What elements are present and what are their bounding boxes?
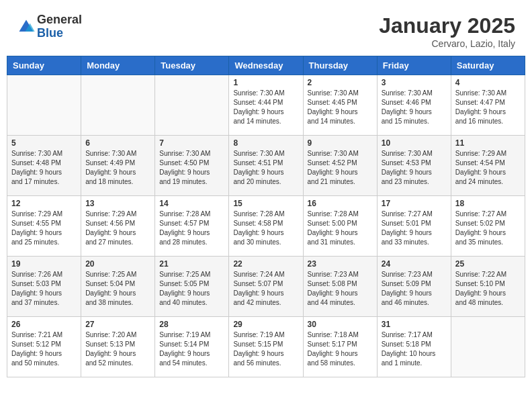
day-number: 2 bbox=[308, 78, 373, 87]
day-number: 23 bbox=[308, 259, 373, 269]
day-number: 20 bbox=[85, 259, 150, 269]
day-number: 26 bbox=[11, 320, 77, 329]
day-info: Sunrise: 7:30 AM Sunset: 4:45 PM Dayligh… bbox=[308, 89, 373, 126]
table-row: 6Sunrise: 7:30 AM Sunset: 4:49 PM Daylig… bbox=[81, 136, 155, 196]
col-tuesday: Tuesday bbox=[155, 56, 229, 75]
month-title: January 2025 bbox=[379, 13, 515, 38]
table-row: 31Sunrise: 7:17 AM Sunset: 5:18 PM Dayli… bbox=[377, 317, 451, 377]
day-info: Sunrise: 7:30 AM Sunset: 4:48 PM Dayligh… bbox=[11, 149, 77, 187]
day-number: 4 bbox=[455, 78, 521, 87]
table-row: 30Sunrise: 7:18 AM Sunset: 5:17 PM Dayli… bbox=[303, 317, 377, 377]
table-row: 12Sunrise: 7:29 AM Sunset: 4:55 PM Dayli… bbox=[7, 196, 81, 257]
day-number: 21 bbox=[159, 259, 224, 269]
table-row: 3Sunrise: 7:30 AM Sunset: 4:46 PM Daylig… bbox=[377, 75, 451, 136]
day-info: Sunrise: 7:30 AM Sunset: 4:49 PM Dayligh… bbox=[85, 149, 150, 187]
day-info: Sunrise: 7:27 AM Sunset: 5:01 PM Dayligh… bbox=[382, 210, 447, 247]
location-subtitle: Cervaro, Lazio, Italy bbox=[379, 38, 515, 49]
day-number: 7 bbox=[159, 138, 224, 148]
day-number: 16 bbox=[308, 199, 373, 208]
day-info: Sunrise: 7:28 AM Sunset: 5:00 PM Dayligh… bbox=[308, 210, 373, 247]
table-row: 27Sunrise: 7:20 AM Sunset: 5:13 PM Dayli… bbox=[81, 317, 155, 377]
table-row: 1Sunrise: 7:30 AM Sunset: 4:44 PM Daylig… bbox=[229, 75, 303, 136]
day-number: 12 bbox=[11, 199, 77, 208]
logo-general-text: General bbox=[37, 13, 82, 27]
day-info: Sunrise: 7:25 AM Sunset: 5:04 PM Dayligh… bbox=[85, 270, 150, 308]
day-number: 3 bbox=[382, 78, 447, 87]
day-info: Sunrise: 7:20 AM Sunset: 5:13 PM Dayligh… bbox=[85, 330, 150, 368]
table-row: 8Sunrise: 7:30 AM Sunset: 4:51 PM Daylig… bbox=[229, 136, 303, 196]
day-info: Sunrise: 7:19 AM Sunset: 5:14 PM Dayligh… bbox=[159, 330, 224, 368]
table-row: 11Sunrise: 7:29 AM Sunset: 4:54 PM Dayli… bbox=[451, 136, 525, 196]
day-number: 31 bbox=[382, 320, 447, 329]
calendar-week-5: 26Sunrise: 7:21 AM Sunset: 5:12 PM Dayli… bbox=[7, 317, 525, 377]
day-number: 5 bbox=[11, 138, 77, 148]
table-row: 19Sunrise: 7:26 AM Sunset: 5:03 PM Dayli… bbox=[7, 257, 81, 317]
table-row: 17Sunrise: 7:27 AM Sunset: 5:01 PM Dayli… bbox=[377, 196, 451, 257]
table-row: 29Sunrise: 7:19 AM Sunset: 5:15 PM Dayli… bbox=[229, 317, 303, 377]
day-number: 22 bbox=[233, 259, 298, 269]
col-friday: Friday bbox=[377, 56, 451, 75]
table-row: 22Sunrise: 7:24 AM Sunset: 5:07 PM Dayli… bbox=[229, 257, 303, 317]
table-row: 15Sunrise: 7:28 AM Sunset: 4:58 PM Dayli… bbox=[229, 196, 303, 257]
title-block: January 2025 Cervaro, Lazio, Italy bbox=[379, 13, 515, 49]
table-row: 24Sunrise: 7:23 AM Sunset: 5:09 PM Dayli… bbox=[377, 257, 451, 317]
logo: General Blue bbox=[17, 13, 82, 40]
logo-text: General Blue bbox=[37, 13, 82, 40]
table-row: 14Sunrise: 7:28 AM Sunset: 4:57 PM Dayli… bbox=[155, 196, 229, 257]
table-row: 21Sunrise: 7:25 AM Sunset: 5:05 PM Dayli… bbox=[155, 257, 229, 317]
day-number: 29 bbox=[233, 320, 298, 329]
day-info: Sunrise: 7:26 AM Sunset: 5:03 PM Dayligh… bbox=[11, 270, 77, 308]
table-row: 23Sunrise: 7:23 AM Sunset: 5:08 PM Dayli… bbox=[303, 257, 377, 317]
calendar-week-2: 5Sunrise: 7:30 AM Sunset: 4:48 PM Daylig… bbox=[7, 136, 525, 196]
day-info: Sunrise: 7:29 AM Sunset: 4:55 PM Dayligh… bbox=[11, 210, 77, 247]
day-info: Sunrise: 7:24 AM Sunset: 5:07 PM Dayligh… bbox=[233, 270, 298, 308]
table-row: 4Sunrise: 7:30 AM Sunset: 4:47 PM Daylig… bbox=[451, 75, 525, 136]
col-monday: Monday bbox=[81, 56, 155, 75]
day-info: Sunrise: 7:30 AM Sunset: 4:52 PM Dayligh… bbox=[308, 149, 373, 187]
calendar-header-row: Sunday Monday Tuesday Wednesday Thursday… bbox=[7, 56, 525, 75]
table-row bbox=[81, 75, 155, 136]
table-row: 7Sunrise: 7:30 AM Sunset: 4:50 PM Daylig… bbox=[155, 136, 229, 196]
col-wednesday: Wednesday bbox=[229, 56, 303, 75]
table-row bbox=[7, 75, 81, 136]
day-number: 27 bbox=[85, 320, 150, 329]
day-number: 1 bbox=[233, 78, 298, 87]
day-number: 28 bbox=[159, 320, 224, 329]
calendar-week-3: 12Sunrise: 7:29 AM Sunset: 4:55 PM Dayli… bbox=[7, 196, 525, 257]
col-saturday: Saturday bbox=[451, 56, 525, 75]
table-row: 10Sunrise: 7:30 AM Sunset: 4:53 PM Dayli… bbox=[377, 136, 451, 196]
day-info: Sunrise: 7:28 AM Sunset: 4:57 PM Dayligh… bbox=[159, 210, 224, 247]
day-info: Sunrise: 7:30 AM Sunset: 4:51 PM Dayligh… bbox=[233, 149, 298, 187]
day-info: Sunrise: 7:25 AM Sunset: 5:05 PM Dayligh… bbox=[159, 270, 224, 308]
calendar-table: Sunday Monday Tuesday Wednesday Thursday… bbox=[7, 56, 525, 377]
table-row: 9Sunrise: 7:30 AM Sunset: 4:52 PM Daylig… bbox=[303, 136, 377, 196]
day-info: Sunrise: 7:23 AM Sunset: 5:08 PM Dayligh… bbox=[308, 270, 373, 308]
day-info: Sunrise: 7:22 AM Sunset: 5:10 PM Dayligh… bbox=[455, 270, 521, 308]
day-info: Sunrise: 7:30 AM Sunset: 4:47 PM Dayligh… bbox=[455, 89, 521, 126]
day-number: 9 bbox=[308, 138, 373, 148]
page-header: General Blue January 2025 Cervaro, Lazio… bbox=[7, 7, 525, 52]
day-info: Sunrise: 7:27 AM Sunset: 5:02 PM Dayligh… bbox=[455, 210, 521, 247]
day-info: Sunrise: 7:30 AM Sunset: 4:53 PM Dayligh… bbox=[382, 149, 447, 187]
table-row bbox=[451, 317, 525, 377]
day-info: Sunrise: 7:18 AM Sunset: 5:17 PM Dayligh… bbox=[308, 330, 373, 368]
day-info: Sunrise: 7:21 AM Sunset: 5:12 PM Dayligh… bbox=[11, 330, 77, 368]
table-row: 5Sunrise: 7:30 AM Sunset: 4:48 PM Daylig… bbox=[7, 136, 81, 196]
col-thursday: Thursday bbox=[303, 56, 377, 75]
table-row: 28Sunrise: 7:19 AM Sunset: 5:14 PM Dayli… bbox=[155, 317, 229, 377]
table-row: 25Sunrise: 7:22 AM Sunset: 5:10 PM Dayli… bbox=[451, 257, 525, 317]
day-info: Sunrise: 7:17 AM Sunset: 5:18 PM Dayligh… bbox=[382, 330, 447, 368]
table-row: 16Sunrise: 7:28 AM Sunset: 5:00 PM Dayli… bbox=[303, 196, 377, 257]
day-number: 25 bbox=[455, 259, 521, 269]
day-info: Sunrise: 7:30 AM Sunset: 4:46 PM Dayligh… bbox=[382, 89, 447, 126]
day-info: Sunrise: 7:28 AM Sunset: 4:58 PM Dayligh… bbox=[233, 210, 298, 247]
day-info: Sunrise: 7:29 AM Sunset: 4:56 PM Dayligh… bbox=[85, 210, 150, 247]
table-row: 26Sunrise: 7:21 AM Sunset: 5:12 PM Dayli… bbox=[7, 317, 81, 377]
day-number: 13 bbox=[85, 199, 150, 208]
day-info: Sunrise: 7:23 AM Sunset: 5:09 PM Dayligh… bbox=[382, 270, 447, 308]
day-number: 30 bbox=[308, 320, 373, 329]
day-info: Sunrise: 7:19 AM Sunset: 5:15 PM Dayligh… bbox=[233, 330, 298, 368]
table-row: 13Sunrise: 7:29 AM Sunset: 4:56 PM Dayli… bbox=[81, 196, 155, 257]
logo-blue-text: Blue bbox=[37, 27, 82, 40]
calendar-week-4: 19Sunrise: 7:26 AM Sunset: 5:03 PM Dayli… bbox=[7, 257, 525, 317]
